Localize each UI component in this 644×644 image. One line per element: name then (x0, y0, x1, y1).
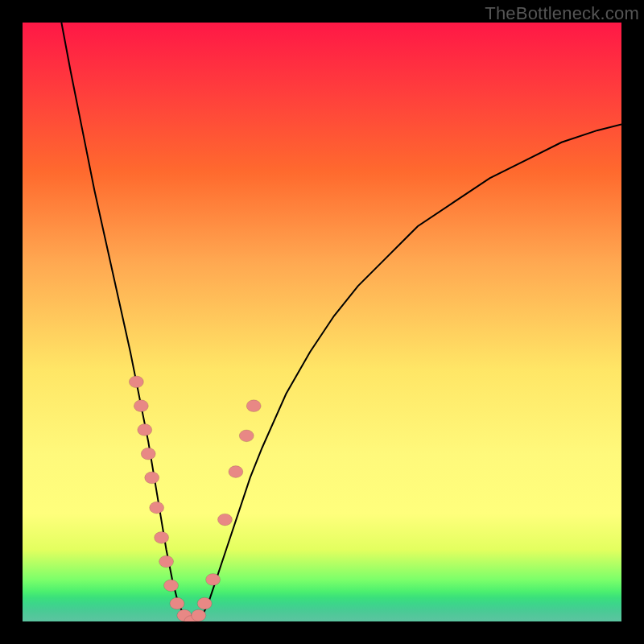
marker-point (155, 531, 169, 543)
marker-point (170, 597, 184, 609)
marker-point (229, 466, 243, 478)
marker-point (134, 400, 148, 412)
bottleneck-curve (61, 23, 621, 621)
marker-point (246, 400, 261, 412)
marker-point (145, 472, 159, 484)
marker-point (164, 580, 179, 592)
marker-point (150, 502, 164, 514)
marker-point (206, 574, 221, 586)
chart-frame: TheBottleneck.com (0, 0, 644, 644)
marker-point (192, 609, 206, 621)
marker-point (138, 424, 152, 436)
marker-point (239, 430, 254, 442)
markers (129, 376, 261, 621)
watermark-text: TheBottleneck.com (485, 3, 639, 24)
marker-point (217, 514, 232, 526)
marker-point (141, 448, 155, 460)
marker-point (129, 376, 143, 388)
chart-svg (23, 23, 621, 621)
marker-point (197, 597, 212, 609)
plot-area (23, 23, 621, 621)
marker-point (159, 555, 174, 568)
